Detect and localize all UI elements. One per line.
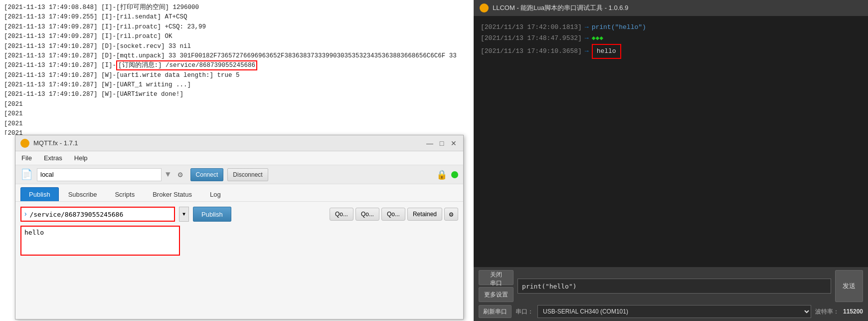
- mqtt-window: MQTT.fx - 1.7.1 — □ ✕ File Extras Help 📄…: [15, 135, 464, 320]
- llcom-title: LLCOM - 能跑Lua脚本的串口调试工具 - 1.0.6.9: [493, 3, 628, 12]
- log-line: [2021-11-13 17:49:10.287] [W]-[UART1writ…: [4, 90, 470, 99]
- log-line-highlight: [2021-11-13 17:49:10.287] [I]-[订阅的消息:] /…: [4, 61, 470, 70]
- topic-input-wrapper: ›: [20, 207, 175, 222]
- llcom-bottom-panel: 关闭 串口 更多设置 发送 刷新串口 串口： USB-SERIAL CH340 …: [474, 267, 868, 321]
- llcom-log: [2021/11/13 17:42:00.1813] → print("hell…: [474, 16, 868, 267]
- llcom-timestamp-2: [2021/11/13 17:48:47.9532]: [481, 33, 582, 44]
- baud-label: 波特率：: [815, 308, 839, 316]
- topic-arrow-icon: ›: [23, 210, 27, 218]
- mqtt-titlebar: MQTT.fx - 1.7.1 — □ ✕: [15, 135, 463, 151]
- broker-input[interactable]: [37, 168, 162, 181]
- qos-1-button[interactable]: Qo...: [355, 208, 379, 221]
- log-line: [2021: [4, 129, 470, 135]
- mqtt-title-left: MQTT.fx - 1.7.1: [20, 139, 78, 148]
- log-line: [2021-11-13 17:49:10.287] [W]-[uart1.wri…: [4, 71, 470, 80]
- topic-dropdown-button[interactable]: ▼: [179, 207, 189, 222]
- llcom-content-1: print("hello"): [592, 22, 646, 33]
- send-button[interactable]: 发送: [835, 270, 863, 302]
- llcom-panel: LLCOM - 能跑Lua脚本的串口调试工具 - 1.0.6.9 [2021/1…: [474, 0, 868, 321]
- subscribe-message-highlight: [订阅的消息:] /service/868739055245686: [116, 60, 257, 70]
- tab-subscribe[interactable]: Subscribe: [60, 187, 106, 201]
- tab-publish[interactable]: Publish: [20, 187, 59, 201]
- log-line: [2021-11-13 17:49:10.287] [W]-[UART_1 wr…: [4, 80, 470, 90]
- lock-icon: 🔒: [436, 169, 447, 180]
- gear-icon[interactable]: ⚙: [174, 169, 186, 181]
- minimize-button[interactable]: —: [425, 139, 434, 148]
- connect-button[interactable]: Connect: [190, 168, 224, 181]
- llcom-timestamp-3: [2021/11/13 17:49:10.3658]: [481, 46, 582, 57]
- maximize-button[interactable]: □: [437, 139, 446, 148]
- disconnect-button[interactable]: Disconnect: [227, 168, 268, 181]
- log-line: [2021-11-13 17:49:09.287] [I]-[ril.proat…: [4, 32, 470, 41]
- llcom-hello-highlight: hello: [592, 44, 621, 59]
- mqtt-tabs: Publish Subscribe Scripts Broker Status …: [15, 184, 463, 202]
- llcom-titlebar: LLCOM - 能跑Lua脚本的串口调试工具 - 1.0.6.9: [474, 0, 868, 16]
- baud-rate-value: 115200: [843, 308, 863, 315]
- tab-broker-status[interactable]: Broker Status: [144, 187, 200, 201]
- close-button[interactable]: ✕: [449, 139, 458, 148]
- llcom-arrow-3: →: [585, 46, 589, 57]
- log-line: [2021-11-13 17:49:10.287] [D]-[socket.re…: [4, 42, 470, 51]
- llcom-arrow-1: →: [585, 22, 589, 33]
- llcom-log-line-3: [2021/11/13 17:49:10.3658] → hello: [481, 44, 861, 59]
- more-settings-button[interactable]: 更多设置: [479, 287, 514, 302]
- llcom-left-buttons: 关闭 串口 更多设置: [479, 270, 514, 302]
- mqtt-toolbar: 📄 ▼ ⚙ Connect Disconnect 🔒: [15, 165, 463, 184]
- message-box[interactable]: hello: [20, 226, 180, 256]
- qos-buttons-group: Qo... Qo... Qo... Retained ⚙: [330, 208, 458, 221]
- refresh-port-button[interactable]: 刷新串口: [479, 305, 512, 318]
- publish-button[interactable]: Publish: [193, 207, 231, 222]
- topic-row: › ▼ Publish Qo... Qo... Qo... Retained ⚙: [20, 207, 458, 222]
- tab-scripts[interactable]: Scripts: [106, 187, 143, 201]
- llcom-content-2: ◆◆◆: [592, 33, 603, 44]
- log-line: [2021-11-13 17:49:10.287] [D]-[mqtt.unpa…: [4, 51, 470, 61]
- llcom-port-row: 刷新串口 串口： USB-SERIAL CH340 (COM101) 波特率： …: [479, 305, 863, 318]
- menu-help[interactable]: Help: [72, 153, 90, 163]
- qos-0-button[interactable]: Qo...: [330, 208, 353, 221]
- mqtt-content: › ▼ Publish Qo... Qo... Qo... Retained ⚙…: [15, 202, 463, 261]
- close-port-button[interactable]: 关闭 串口: [479, 270, 514, 285]
- mqtt-app-icon: [20, 139, 29, 148]
- port-select[interactable]: USB-SERIAL CH340 (COM101): [537, 305, 811, 318]
- left-panel: [2021-11-13 17:49:08.848] [I]-[打印可用的空间] …: [0, 0, 474, 321]
- mqtt-title-text: MQTT.fx - 1.7.1: [33, 139, 78, 147]
- mqtt-menu: File Extras Help: [15, 151, 463, 165]
- llcom-app-icon: [480, 3, 489, 12]
- publish-settings-button[interactable]: ⚙: [444, 208, 458, 221]
- retained-button[interactable]: Retained: [407, 208, 442, 221]
- log-line: [2021-11-13 17:49:08.848] [I]-[打印可用的空间] …: [4, 3, 470, 12]
- llcom-arrow-2: →: [585, 33, 589, 44]
- log-line: [2021: [4, 100, 470, 109]
- log-line: [2021-11-13 17:49:09.255] [I]-[ril.senda…: [4, 12, 470, 22]
- mqtt-window-controls: — □ ✕: [425, 139, 458, 148]
- log-line: [2021: [4, 109, 470, 119]
- log-line: [2021-11-13 17:49:09.287] [I]-[ril.proat…: [4, 22, 470, 32]
- llcom-timestamp-1: [2021/11/13 17:42:00.1813]: [481, 22, 582, 33]
- llcom-input-row: 关闭 串口 更多设置 发送: [479, 270, 863, 302]
- qos-2-button[interactable]: Qo...: [381, 208, 405, 221]
- tab-log[interactable]: Log: [201, 187, 229, 201]
- topic-input[interactable]: [29, 211, 159, 218]
- connection-status-dot: [451, 171, 458, 178]
- port-label: 串口：: [516, 308, 533, 316]
- log-area: [2021-11-13 17:49:08.848] [I]-[打印可用的空间] …: [0, 0, 474, 135]
- menu-extras[interactable]: Extras: [42, 153, 64, 163]
- menu-file[interactable]: File: [19, 153, 34, 163]
- log-line: [2021: [4, 119, 470, 129]
- llcom-log-line-1: [2021/11/13 17:42:00.1813] → print("hell…: [481, 22, 861, 33]
- llcom-log-line-2: [2021/11/13 17:48:47.9532] → ◆◆◆: [481, 33, 861, 44]
- llcom-text-input[interactable]: [518, 279, 831, 294]
- dropdown-arrow-icon: ▼: [166, 170, 171, 179]
- document-icon: 📄: [20, 168, 33, 181]
